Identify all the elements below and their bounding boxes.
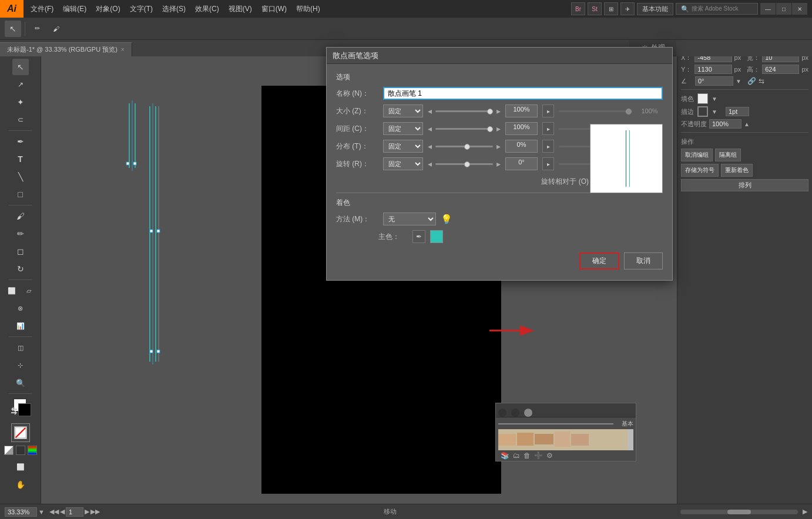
- view-mode-btn[interactable]: ⬜: [12, 459, 29, 475]
- brush-libraries-icon[interactable]: 📚: [501, 451, 509, 460]
- fill-swatch[interactable]: [697, 93, 708, 104]
- zoom-down-icon[interactable]: ▼: [38, 508, 45, 515]
- name-input[interactable]: [383, 87, 663, 100]
- eraser-tool[interactable]: ◻: [12, 243, 29, 260]
- menu-effect[interactable]: 效果(C): [190, 0, 224, 18]
- spacing-dropdown[interactable]: 固定: [383, 122, 423, 135]
- scatter-brush-dialog[interactable]: 散点画笔选项 选项 名称 (N)： 大小 (Z)： 固定 ◂: [326, 47, 673, 281]
- size-slider-thumb[interactable]: [487, 109, 493, 114]
- search-box[interactable]: 🔍 搜索 Adobe Stock: [676, 3, 758, 15]
- scatter-slider-right-icon[interactable]: ▸: [496, 141, 501, 151]
- dialog-titlebar[interactable]: 散点画笔选项: [327, 48, 672, 64]
- blend-tool[interactable]: ⊗: [12, 300, 29, 316]
- size-value[interactable]: 100%: [505, 105, 538, 117]
- scatter-slider-thumb[interactable]: [464, 144, 470, 150]
- arrange-btn[interactable]: 排列: [681, 179, 808, 191]
- next-page-icon[interactable]: ▶▶: [90, 508, 100, 515]
- tab-close-btn[interactable]: ×: [121, 46, 125, 53]
- opacity-up-icon[interactable]: ▲: [744, 121, 750, 127]
- pen-tool-btn[interactable]: ✏: [29, 21, 45, 37]
- ungroup-btn[interactable]: 取消编组: [681, 149, 713, 161]
- spacing-slider-thumb[interactable]: [487, 126, 493, 132]
- selection-tool-btn[interactable]: ↖: [5, 21, 21, 37]
- magic-wand-tool[interactable]: ✦: [12, 94, 29, 110]
- rotation-slider-track[interactable]: [435, 163, 493, 165]
- brush-dot2[interactable]: [511, 409, 519, 417]
- graph-tool[interactable]: 📊: [12, 318, 29, 334]
- scrollbar-thumb[interactable]: [727, 510, 751, 514]
- direct-select-tool[interactable]: ↗: [12, 76, 29, 93]
- link-icon[interactable]: 🔗: [744, 77, 756, 85]
- flip-icon[interactable]: ⇆: [759, 77, 764, 85]
- mesh-tool[interactable]: ⊹: [12, 357, 29, 373]
- brush-tool-btn[interactable]: 🖌: [48, 21, 64, 37]
- menu-select[interactable]: 选择(S): [157, 0, 190, 18]
- y-value[interactable]: 1130: [694, 65, 732, 74]
- method-dropdown[interactable]: 无: [383, 213, 436, 225]
- select-tool[interactable]: ↖: [12, 59, 29, 75]
- pencil-tool[interactable]: ✏: [12, 225, 29, 242]
- brush-delete-icon[interactable]: 🗑: [524, 451, 531, 460]
- zoom-input[interactable]: [5, 507, 37, 517]
- rotation-slider-thumb[interactable]: [464, 161, 470, 167]
- spacing-value[interactable]: 100%: [505, 122, 538, 135]
- ok-button[interactable]: 确定: [579, 252, 619, 269]
- bridge-icon[interactable]: Br: [571, 2, 585, 15]
- bulb-icon[interactable]: 💡: [441, 214, 452, 225]
- menu-window[interactable]: 窗口(W): [257, 0, 291, 18]
- eyedropper-btn[interactable]: ✒: [412, 230, 425, 243]
- type-tool[interactable]: T: [12, 151, 29, 167]
- menu-view[interactable]: 视图(V): [224, 0, 257, 18]
- arrange-icon[interactable]: ✈: [620, 2, 635, 15]
- rotate-tool[interactable]: ↻: [12, 261, 29, 277]
- restyle-btn[interactable]: 重新着色: [721, 164, 753, 177]
- brush-import-icon[interactable]: 🗂: [513, 451, 520, 460]
- shear-tool[interactable]: ▱: [21, 282, 37, 299]
- grid-icon[interactable]: ⊞: [604, 2, 618, 15]
- color-swatch-area[interactable]: [11, 423, 30, 442]
- spacing-slider-left-icon[interactable]: ◂: [428, 124, 432, 133]
- brush-dot3[interactable]: [524, 409, 532, 417]
- h-value[interactable]: 624: [762, 65, 799, 74]
- scatter-value[interactable]: 0%: [505, 140, 538, 153]
- cancel-button[interactable]: 取消: [624, 252, 663, 269]
- menu-object[interactable]: 对象(O): [91, 0, 125, 18]
- rotation-slider-right-icon[interactable]: ▸: [496, 159, 501, 168]
- spacing-slider-track[interactable]: [435, 128, 493, 130]
- spacing-arrow-btn[interactable]: ▸: [542, 122, 554, 135]
- menu-edit[interactable]: 编辑(E): [58, 0, 91, 18]
- prev-page-icon[interactable]: ◀◀: [49, 508, 59, 515]
- rect-tool[interactable]: □: [12, 186, 29, 203]
- scatter-slider-track[interactable]: [435, 146, 493, 147]
- lasso-tool[interactable]: ⊂: [12, 112, 29, 128]
- size-slider-right-icon[interactable]: ▸: [496, 106, 501, 116]
- line-tool[interactable]: ╲: [12, 168, 29, 185]
- gradient-tool[interactable]: ◫: [12, 339, 29, 356]
- main-color-swatch[interactable]: [430, 230, 443, 243]
- spectrum-btn[interactable]: [28, 446, 37, 455]
- angle-down-icon[interactable]: ▼: [736, 78, 741, 85]
- prev-icon[interactable]: ◀: [60, 508, 65, 515]
- brush-options-icon[interactable]: ⚙: [546, 451, 553, 460]
- scatter-slider-left-icon[interactable]: ◂: [428, 141, 432, 151]
- spacing-slider-right-icon[interactable]: ▸: [496, 124, 501, 133]
- maximize-button[interactable]: □: [776, 3, 791, 15]
- document-tab[interactable]: 未标题-1* @ 33.33% (RGB/GPU 预览) ×: [0, 42, 132, 56]
- minimize-button[interactable]: —: [760, 3, 776, 15]
- angle-value[interactable]: 0°: [695, 76, 733, 86]
- rotation-dropdown[interactable]: 固定: [383, 157, 423, 170]
- brush-dot1[interactable]: [498, 409, 506, 417]
- rotation-value[interactable]: 0°: [505, 157, 538, 170]
- size-slider-track[interactable]: [435, 110, 493, 112]
- isolate-btn[interactable]: 隔离组: [715, 149, 741, 161]
- paintbrush-tool[interactable]: 🖌: [12, 208, 29, 224]
- rotation-slider-left-icon[interactable]: ◂: [428, 159, 432, 168]
- hand-tool[interactable]: ✋: [12, 476, 29, 493]
- size-arrow-btn[interactable]: ▸: [542, 105, 554, 117]
- scatter-dropdown[interactable]: 固定: [383, 140, 423, 153]
- close-button[interactable]: ✕: [792, 3, 807, 15]
- save-symbol-btn[interactable]: 存储为符号: [681, 164, 719, 177]
- menu-file[interactable]: 文件(F): [26, 0, 58, 18]
- pen-tool[interactable]: ✒: [12, 133, 29, 150]
- menu-text[interactable]: 文字(T): [125, 0, 157, 18]
